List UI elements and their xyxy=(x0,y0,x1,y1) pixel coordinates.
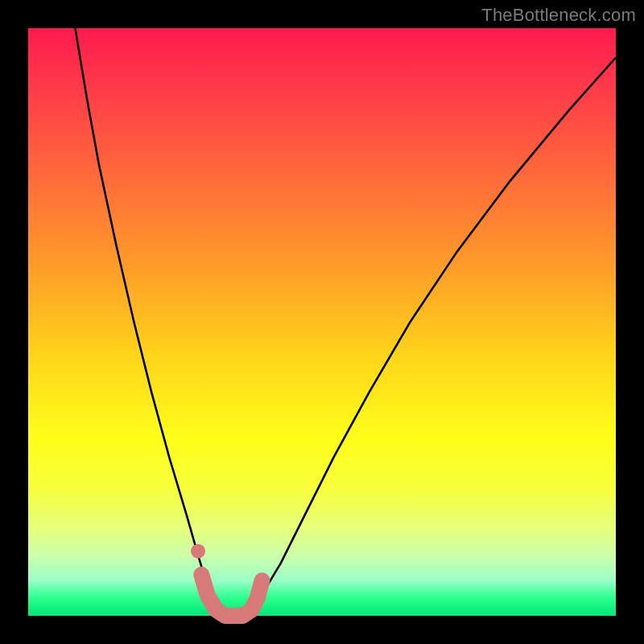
marker-band xyxy=(201,575,262,616)
curve-svg xyxy=(28,28,616,616)
plot-area xyxy=(28,28,616,616)
bottleneck-curve xyxy=(75,28,616,616)
watermark-text: TheBottleneck.com xyxy=(481,5,636,26)
marker-dot xyxy=(191,544,205,559)
marker-band-group xyxy=(191,544,262,616)
chart-frame: TheBottleneck.com xyxy=(0,0,644,644)
